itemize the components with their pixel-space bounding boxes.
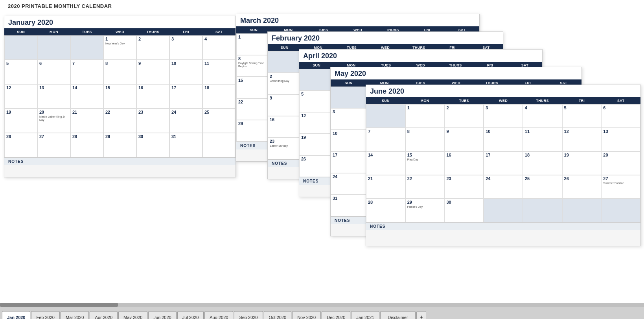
table-row xyxy=(523,199,562,222)
table-row: 6 xyxy=(601,104,640,128)
table-row: 11 xyxy=(523,128,562,151)
table-row: 12 xyxy=(562,128,602,151)
table-row: 2 xyxy=(136,35,169,60)
tab-aug-2020[interactable]: Aug 2020 xyxy=(204,311,233,319)
horizontal-scrollbar[interactable] xyxy=(0,303,644,307)
table-row: 12 xyxy=(299,112,334,134)
table-row: 24 xyxy=(484,175,523,199)
table-row: 9 xyxy=(136,60,169,84)
table-row: 8 xyxy=(405,128,445,151)
jan-h-sat: SAT xyxy=(202,28,236,35)
table-row: 13 xyxy=(601,128,640,151)
table-row xyxy=(299,69,334,90)
tab-jul-2020[interactable]: Jul 2020 xyxy=(177,311,204,319)
june-title: June 2020 xyxy=(366,85,640,97)
table-row: 3 xyxy=(331,108,366,130)
table-row xyxy=(601,199,640,222)
june-notes-area xyxy=(366,230,640,246)
january-notes: NOTES xyxy=(4,157,236,165)
table-row: 18 xyxy=(523,151,562,175)
january-grid: 1New Year's Day 2 3 4 5 6 7 8 9 10 11 12… xyxy=(4,35,236,157)
table-row: 26 xyxy=(4,133,37,157)
table-row: 1 xyxy=(405,104,445,128)
table-row: 21 xyxy=(70,109,103,133)
tab-oct-2020[interactable]: Oct 2020 xyxy=(264,311,292,319)
table-row: 16 xyxy=(444,151,484,175)
jan-h-wed: WED xyxy=(103,28,136,35)
table-row xyxy=(366,104,405,128)
table-row: 20Martin Luther King Jr Day xyxy=(37,109,70,133)
table-row: 27 xyxy=(37,133,70,157)
table-row xyxy=(268,51,301,73)
table-row: 16 xyxy=(268,116,301,138)
table-row: 27Summer Solstice xyxy=(601,175,640,199)
tab-disclaimer[interactable]: - Disclaimer - xyxy=(380,311,416,319)
table-row xyxy=(484,199,523,222)
table-row: 5 xyxy=(4,60,37,84)
table-row: 9 xyxy=(268,94,301,116)
table-row: 13 xyxy=(37,84,70,109)
scrollbar-thumb[interactable] xyxy=(0,303,118,307)
table-row: 17 xyxy=(331,151,366,173)
table-row: 19 xyxy=(562,151,602,175)
table-row: 5 xyxy=(299,90,334,112)
table-row: 7 xyxy=(70,60,103,84)
tab-apr-2020[interactable]: Apr 2020 xyxy=(90,311,118,319)
table-row: 3 xyxy=(169,35,202,60)
june-header: SUN MON TUES WED THURS FRI SAT xyxy=(366,97,640,104)
table-row: 2Groundhog Day xyxy=(268,73,301,94)
table-row: 8Daylight Saving Time Begins xyxy=(236,55,271,77)
tab-jun-2020[interactable]: Jun 2020 xyxy=(148,311,176,319)
table-row: 28 xyxy=(366,199,405,222)
january-notes-area xyxy=(4,165,236,177)
table-row: 17 xyxy=(484,151,523,175)
jan-h-fri: FRI xyxy=(169,28,202,35)
table-row: 31 xyxy=(169,133,202,157)
table-row: 18 xyxy=(202,84,236,109)
table-row: 9 xyxy=(444,128,484,151)
table-row: 4 xyxy=(202,35,236,60)
tab-dec-2020[interactable]: Dec 2020 xyxy=(322,311,350,319)
tab-sep-2020[interactable]: Sep 2020 xyxy=(234,311,263,319)
table-row xyxy=(4,35,37,60)
table-row: 14 xyxy=(70,84,103,109)
table-row xyxy=(202,133,236,157)
table-row: 3 xyxy=(484,104,523,128)
june-notes: NOTES xyxy=(366,222,640,230)
table-row: 24 xyxy=(169,109,202,133)
table-row: 23 xyxy=(136,109,169,133)
tab-mar-2020[interactable]: Mar 2020 xyxy=(61,311,89,319)
table-row: 14 xyxy=(366,151,405,175)
tab-jan-2021[interactable]: Jan 2021 xyxy=(351,311,379,319)
jan-h-thu: THURS xyxy=(136,28,169,35)
table-row: 10 xyxy=(169,60,202,84)
table-row xyxy=(37,35,70,60)
table-row: 20 xyxy=(601,151,640,175)
add-sheet-button[interactable]: + xyxy=(416,311,426,319)
table-row: 15Flag Day xyxy=(405,151,445,175)
tab-feb-2020[interactable]: Feb 2020 xyxy=(31,311,59,319)
jan-h-tue: TUES xyxy=(70,28,103,35)
april-title: April 2020 xyxy=(299,50,542,62)
table-row: 5 xyxy=(562,104,602,128)
table-row: 10 xyxy=(331,130,366,151)
tab-nov-2020[interactable]: Nov 2020 xyxy=(292,311,321,319)
table-row xyxy=(562,199,602,222)
table-row: 1New Year's Day xyxy=(103,35,136,60)
table-row: 30 xyxy=(136,133,169,157)
table-row: 19 xyxy=(4,109,37,133)
table-row: 29 xyxy=(103,133,136,157)
table-row: 4 xyxy=(523,104,562,128)
calendar-january: January 2020 SUN MON TUES WED THURS FRI … xyxy=(4,16,236,177)
sheet-tab-bar: Jan 2020 Feb 2020 Mar 2020 Apr 2020 May … xyxy=(0,307,644,319)
table-row: 16 xyxy=(136,84,169,109)
table-row: 23Easter Sunday xyxy=(268,138,301,159)
table-row: 26 xyxy=(562,175,602,199)
jan-h-sun: SUN xyxy=(4,28,37,35)
tab-jan-2020[interactable]: Jan 2020 xyxy=(2,311,30,319)
table-row: 2 xyxy=(444,104,484,128)
table-row: 25 xyxy=(523,175,562,199)
table-row: 29Father's Day xyxy=(405,199,445,222)
tab-may-2020[interactable]: May 2020 xyxy=(118,311,147,319)
june-grid: 1 2 3 4 5 6 7 8 9 10 11 12 13 14 15Flag … xyxy=(366,104,640,222)
